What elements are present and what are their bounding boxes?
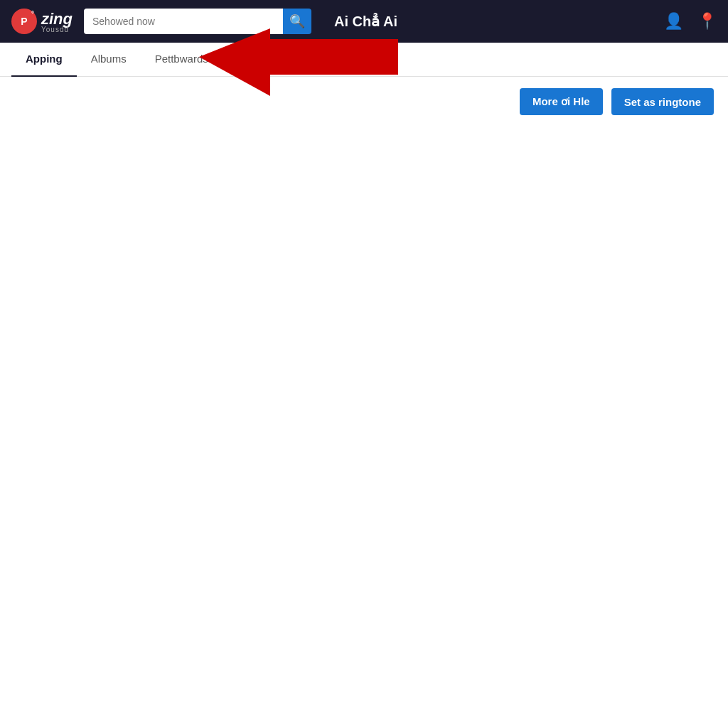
tab-apping[interactable]: Apping — [11, 43, 77, 77]
nav-icons: 👤 📍 — [664, 12, 717, 31]
tab-chide[interactable]: Chide — [223, 43, 279, 77]
search-button[interactable]: 🔍 — [283, 9, 311, 34]
logo-sub: Yousdd — [41, 26, 73, 33]
tab-apping-label: Apping — [26, 53, 63, 65]
logo-letter: P — [21, 16, 27, 27]
tabs-bar: Apping Albums Pettbwards Chide — [0, 43, 728, 77]
tab-pettbwards[interactable]: Pettbwards — [141, 43, 223, 77]
logo-container: P zing Yousdd — [11, 9, 75, 34]
logo-word: zing — [41, 10, 73, 28]
navbar: P zing Yousdd Sehowed now 🔍 Ai Chẳ Ai 👤 … — [0, 0, 728, 43]
tab-albums-label: Albums — [91, 53, 127, 65]
more-or-hide-button[interactable]: More ơi Hle — [520, 88, 603, 115]
logo-text-block: zing Yousdd — [41, 10, 73, 33]
set-ringtone-button[interactable]: Set as ringtone — [611, 88, 714, 115]
search-container: Sehowed now 🔍 — [84, 9, 311, 34]
more-or-hide-label: More ơi Hle — [532, 95, 590, 107]
logo-icon: P — [11, 9, 37, 34]
search-icon: 🔍 — [289, 14, 305, 29]
tab-pettbwards-label: Pettbwards — [155, 53, 208, 65]
tab-albums[interactable]: Albums — [77, 43, 141, 77]
search-input[interactable]: Sehowed now — [84, 9, 283, 34]
user-icon[interactable]: 👤 — [664, 12, 683, 31]
song-title: Ai Chẳ Ai — [334, 13, 655, 30]
tab-chide-label: Chide — [237, 53, 264, 65]
location-icon[interactable]: 📍 — [697, 12, 717, 31]
set-ringtone-label: Set as ringtone — [624, 96, 701, 108]
action-bar: More ơi Hle Set as ringtone — [0, 77, 728, 127]
main-content — [0, 127, 728, 695]
